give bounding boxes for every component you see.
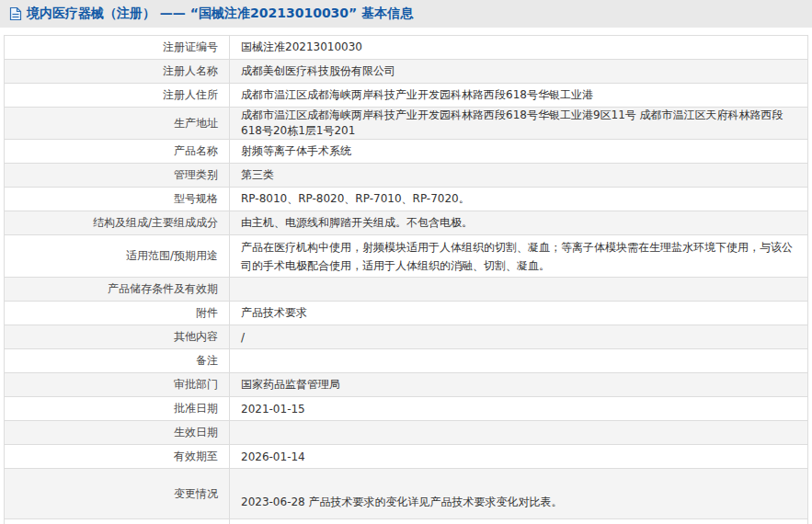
- row-label: 结构及组成/主要组成成分: [5, 211, 230, 235]
- table-row: 审批部门 国家药品监督管理局: [5, 373, 808, 397]
- table-row: 批准日期 2021-01-15: [5, 397, 808, 421]
- table-row: 附件 产品技术要求: [5, 302, 808, 325]
- row-label: 备注: [5, 349, 230, 373]
- row-label: 管理类别: [5, 164, 230, 188]
- table-row: 生产地址 成都市温江区成都海峡两岸科技产业开发园科林路西段618号华银工业港9区…: [5, 108, 808, 140]
- row-value: 射频等离子体手术系统: [230, 140, 808, 164]
- row-value: 国械注准20213010030: [230, 36, 808, 60]
- row-value: 详情: [230, 519, 808, 524]
- table-row: 生效日期: [5, 421, 808, 445]
- row-value: 国家药品监督管理局: [230, 373, 808, 397]
- row-value: 产品技术要求: [230, 302, 808, 325]
- row-label: 其他内容: [5, 325, 230, 349]
- table-row: 变更情况 2023-06-28 产品技术要求的变化详见产品技术要求变化对比表。: [5, 469, 808, 519]
- row-label: 生产地址: [5, 108, 230, 140]
- row-label: 型号规格: [5, 188, 230, 211]
- row-value: 2021-01-15: [230, 397, 808, 421]
- registration-info-table: 注册证编号 国械注准20213010030 注册人名称 成都美创医疗科技股份有限…: [4, 35, 808, 524]
- table-row: 注 详情: [5, 519, 808, 524]
- row-value: 产品在医疗机构中使用，射频模块适用于人体组织的切割、凝血；等离子体模块需在生理盐…: [230, 235, 808, 278]
- row-value: 成都市温江区成都海峡两岸科技产业开发园科林路西段618号华银工业港9区11号 成…: [230, 108, 808, 140]
- row-value: [230, 349, 808, 373]
- row-label: 注册人住所: [5, 84, 230, 108]
- page-title: 境内医疗器械（注册） —— “国械注准20213010030” 基本信息: [27, 6, 413, 22]
- row-label: 批准日期: [5, 397, 230, 421]
- table-row: 注册人住所 成都市温江区成都海峡两岸科技产业开发园科林路西段618号华银工业港: [5, 84, 808, 108]
- row-value: [230, 278, 808, 302]
- row-value: 2023-06-28 产品技术要求的变化详见产品技术要求变化对比表。: [230, 469, 808, 519]
- table-row: 备注: [5, 349, 808, 373]
- table-row: 产品名称 射频等离子体手术系统: [5, 140, 808, 164]
- table-row: 注册人名称 成都美创医疗科技股份有限公司: [5, 60, 808, 84]
- row-label: 注册证编号: [5, 36, 230, 60]
- row-label: 附件: [5, 302, 230, 325]
- row-label-note: 注: [5, 519, 230, 524]
- row-label: 审批部门: [5, 373, 230, 397]
- table-row: 适用范围/预期用途 产品在医疗机构中使用，射频模块适用于人体组织的切割、凝血；等…: [5, 235, 808, 278]
- row-label: 注册人名称: [5, 60, 230, 84]
- row-label: 适用范围/预期用途: [5, 235, 230, 278]
- row-value: /: [230, 325, 808, 349]
- document-icon: [9, 6, 22, 21]
- row-label: 产品名称: [5, 140, 230, 164]
- table-row: 产品储存条件及有效期: [5, 278, 808, 302]
- row-value: RP-8010、RP-8020、RP-7010、RP-7020。: [230, 188, 808, 211]
- row-value: 成都市温江区成都海峡两岸科技产业开发园科林路西段618号华银工业港: [230, 84, 808, 108]
- table-row: 其他内容 /: [5, 325, 808, 349]
- table-row: 型号规格 RP-8010、RP-8020、RP-7010、RP-7020。: [5, 188, 808, 211]
- page-header: 境内医疗器械（注册） —— “国械注准20213010030” 基本信息: [0, 0, 812, 28]
- row-label: 生效日期: [5, 421, 230, 445]
- table-row: 有效期至 2026-01-14: [5, 445, 808, 469]
- table-row: 管理类别 第三类: [5, 164, 808, 188]
- row-value: 由主机、电源线和脚踏开关组成。不包含电极。: [230, 211, 808, 235]
- row-label: 有效期至: [5, 445, 230, 469]
- table-row: 注册证编号 国械注准20213010030: [5, 36, 808, 60]
- row-label: 变更情况: [5, 469, 230, 519]
- row-value: [230, 421, 808, 445]
- row-label: 产品储存条件及有效期: [5, 278, 230, 302]
- row-value: 第三类: [230, 164, 808, 188]
- row-value: 2026-01-14: [230, 445, 808, 469]
- table-row: 结构及组成/主要组成成分 由主机、电源线和脚踏开关组成。不包含电极。: [5, 211, 808, 235]
- page: { "header": { "title": "境内医疗器械（注册） —— “国…: [0, 0, 812, 524]
- row-value: 成都美创医疗科技股份有限公司: [230, 60, 808, 84]
